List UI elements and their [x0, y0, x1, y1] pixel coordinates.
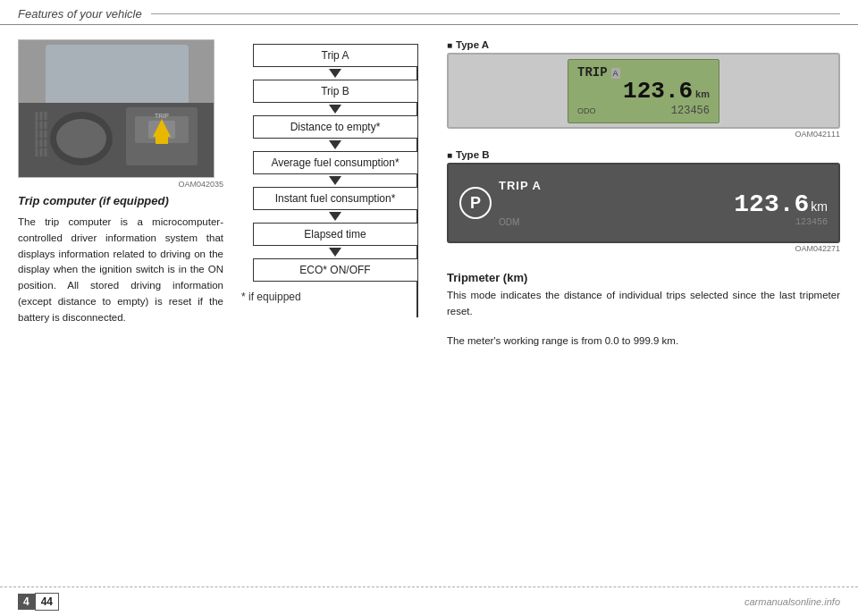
footnote: * if equipped — [241, 291, 429, 303]
image-reference-left: OAM042035 — [18, 180, 223, 189]
middle-column: Trip A Trip B Distance to empty* Average… — [241, 39, 429, 561]
tripmeter-title: Tripmeter (km) — [447, 271, 840, 284]
svg-rect-9 — [156, 137, 168, 144]
dashboard-photo: TRIP — [19, 40, 214, 177]
svg-rect-1 — [46, 45, 189, 107]
type-a-odo-label: ODO — [577, 106, 596, 115]
flow-arrow-2 — [329, 105, 341, 114]
flow-arrow-3 — [329, 140, 341, 149]
trip-b-km: km — [811, 199, 828, 214]
main-content: TRIP OAM042035 Trip computer (if equippe… — [0, 25, 858, 570]
svg-point-4 — [56, 119, 106, 158]
page-right: 44 — [35, 593, 59, 611]
tripmeter-text2: The meter's working range is from 0.0 to… — [447, 333, 840, 350]
header-title: Features of your vehicle — [18, 7, 142, 21]
flow-box-elapsed: Elapsed time — [253, 223, 418, 246]
type-b-display: P TRIP A 123.6 km ODM 123456 — [447, 163, 840, 243]
page-header: Features of your vehicle — [0, 0, 858, 25]
right-column: Type A TRIP A 123.6 km ODO 123456 — [447, 39, 840, 561]
left-column: TRIP OAM042035 Trip computer (if equippe… — [18, 39, 223, 561]
flow-box-instant-fuel: Instant fuel consumption* — [253, 187, 418, 210]
page-left: 4 — [18, 594, 35, 610]
type-a-odo-row: ODO 123456 — [577, 105, 710, 117]
flow-box-trip-a: Trip A — [253, 44, 418, 67]
flow-arrow-6 — [329, 248, 341, 257]
type-a-display: TRIP A 123.6 km ODO 123456 — [447, 53, 840, 129]
type-b-label: Type B — [447, 149, 840, 160]
tripmeter-section: Tripmeter (km) This mode indicates the d… — [447, 271, 840, 349]
trip-sub: A — [611, 68, 620, 79]
trip-b-odo-label: ODM — [499, 217, 519, 227]
svg-text:TRIP: TRIP — [155, 113, 169, 119]
page-number: 4 44 — [18, 593, 59, 611]
flow-boxes: Trip A Trip B Distance to empty* Average… — [241, 44, 429, 282]
trip-word: TRIP — [577, 65, 608, 80]
trip-b-number-row: 123.6 km — [499, 192, 828, 217]
trip-b-odo-number: 123456 — [795, 217, 828, 227]
type-b-section: Type B P TRIP A 123.6 km ODM 123456 OAM0… — [447, 149, 840, 253]
trip-b-number: 123.6 — [734, 192, 809, 217]
flow-arrow-4 — [329, 176, 341, 185]
trip-b-info: TRIP A 123.6 km ODM 123456 — [499, 179, 828, 227]
type-a-number-row: 123.6 km — [577, 80, 710, 103]
type-a-label: Type A — [447, 39, 840, 50]
car-image: TRIP — [18, 39, 214, 178]
dashboard-svg: TRIP — [19, 40, 214, 178]
flow-arrow-5 — [329, 212, 341, 221]
tripmeter-text1: This mode indicates the distance of indi… — [447, 288, 840, 320]
type-a-odo-number: 123456 — [671, 105, 710, 117]
caption-text: Trip computer (if equipped) — [18, 194, 223, 209]
type-a-screen: TRIP A 123.6 km ODO 123456 — [568, 59, 719, 123]
flow-box-trip-b: Trip B — [253, 80, 418, 103]
trip-b-odo-row: ODM 123456 — [499, 217, 828, 227]
type-a-section: Type A TRIP A 123.6 km ODO 123456 — [447, 39, 840, 139]
flow-box-distance: Distance to empty* — [253, 115, 418, 139]
type-a-km: km — [695, 89, 710, 99]
flow-diagram: Trip A Trip B Distance to empty* Average… — [241, 44, 429, 282]
flow-arrow-1 — [329, 69, 341, 78]
type-a-number: 123.6 — [623, 80, 693, 103]
type-a-ref: OAM042111 — [447, 130, 840, 139]
type-b-ref: OAM042271 — [447, 244, 840, 253]
page-footer: 4 44 carmanualsonline.info — [0, 586, 858, 616]
footer-brand: carmanualsonline.info — [744, 596, 840, 607]
p-indicator: P — [459, 187, 492, 219]
header-rule — [151, 13, 840, 14]
flow-box-avg-fuel: Average fuel consumption* — [253, 151, 418, 174]
body-text: The trip computer is a microcomputer-con… — [18, 215, 223, 326]
flow-box-eco: ECO* ON/OFF — [253, 258, 418, 282]
